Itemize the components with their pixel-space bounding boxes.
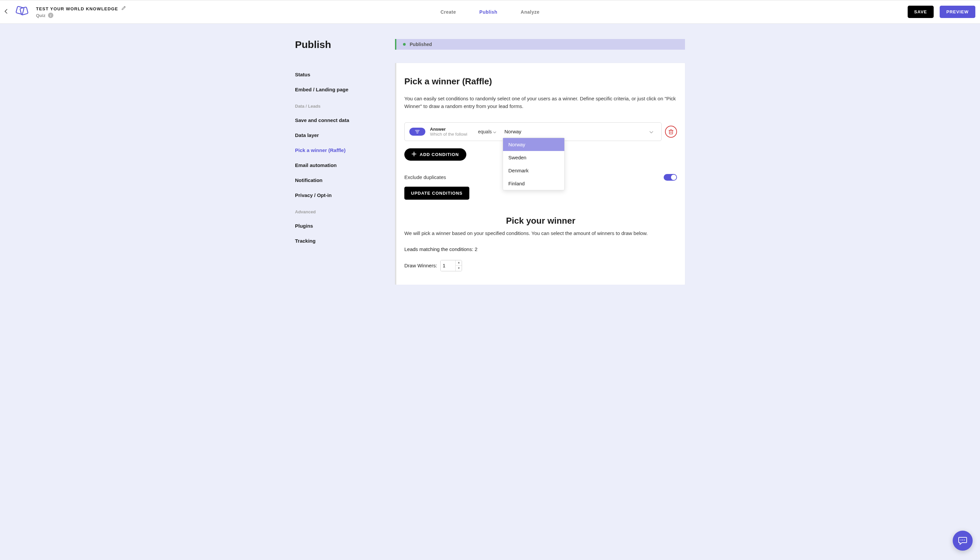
sidebar-item-status[interactable]: Status — [295, 67, 395, 82]
edit-title-icon[interactable] — [121, 6, 126, 12]
nav-create[interactable]: Create — [440, 9, 456, 15]
sidebar-item-data-layer[interactable]: Data layer — [295, 128, 395, 143]
draw-winners-label: Draw Winners: — [404, 263, 437, 268]
operator-label: equals — [478, 129, 492, 134]
status-bar: Published — [395, 39, 685, 50]
logo[interactable] — [12, 5, 30, 19]
card-title: Pick a winner (Raffle) — [404, 76, 677, 87]
sidebar-item-embed[interactable]: Embed / Landing page — [295, 82, 395, 97]
info-icon[interactable]: i — [48, 13, 53, 18]
nav-publish[interactable]: Publish — [479, 9, 497, 15]
draw-winners-stepper: ▲ ▼ — [440, 260, 462, 271]
add-condition-button[interactable]: ADD CONDITION — [404, 148, 466, 161]
value-select-label: Norway — [504, 129, 521, 134]
dropdown-option-sweden[interactable]: Sweden — [503, 151, 564, 164]
draw-winners-input[interactable] — [441, 260, 455, 271]
preview-button[interactable]: PREVIEW — [940, 6, 975, 18]
sidebar-item-plugins[interactable]: Plugins — [295, 218, 395, 233]
update-conditions-button[interactable]: UPDATE CONDITIONS — [404, 187, 469, 200]
card-description: You can easily set conditions to randoml… — [404, 95, 677, 110]
project-type-label: Quiz — [36, 13, 45, 18]
sidebar-item-email-automation[interactable]: Email automation — [295, 158, 395, 173]
sidebar-item-save-connect[interactable]: Save and connect data — [295, 113, 395, 128]
value-select[interactable]: Norway — [501, 129, 657, 135]
chevron-down-icon — [649, 129, 653, 135]
operator-select[interactable]: equals — [478, 129, 496, 134]
exclude-duplicates-label: Exclude duplicates — [404, 174, 446, 180]
svg-rect-5 — [669, 130, 673, 134]
exclude-duplicates-toggle[interactable] — [664, 174, 677, 181]
dropdown-option-denmark[interactable]: Denmark — [503, 164, 564, 177]
back-button[interactable] — [5, 9, 10, 15]
delete-condition-button[interactable] — [665, 126, 677, 138]
nav-analyze[interactable]: Analyze — [521, 9, 539, 15]
condition-type-icon[interactable] — [409, 128, 425, 136]
save-button[interactable]: SAVE — [908, 6, 934, 18]
stepper-up-button[interactable]: ▲ — [456, 260, 462, 266]
add-condition-label: ADD CONDITION — [420, 152, 459, 157]
pick-winner-description: We will pick a winner based on your spec… — [404, 229, 677, 237]
value-dropdown: Norway Sweden Denmark Finland — [503, 138, 565, 190]
status-dot-icon — [403, 43, 406, 46]
chevron-down-icon — [493, 129, 496, 134]
answer-subtext: Which of the followi — [430, 132, 473, 137]
sidebar-item-tracking[interactable]: Tracking — [295, 233, 395, 248]
stepper-down-button[interactable]: ▼ — [456, 266, 462, 271]
sidebar-item-notification[interactable]: Notification — [295, 173, 395, 188]
plus-icon — [412, 152, 416, 157]
sidebar-section-advanced: Advanced — [295, 203, 395, 218]
dropdown-option-norway[interactable]: Norway — [503, 138, 564, 151]
answer-label: Answer — [430, 127, 473, 132]
sidebar-item-privacy[interactable]: Privacy / Opt-in — [295, 188, 395, 203]
project-title: TEST YOUR WORLD KNOWLEDGE — [36, 6, 118, 11]
dropdown-option-finland[interactable]: Finland — [503, 177, 564, 190]
status-label: Published — [410, 42, 432, 47]
page-title: Publish — [295, 39, 395, 50]
sidebar-item-pick-winner[interactable]: Pick a winner (Raffle) — [295, 143, 395, 158]
pick-winner-title: Pick your winner — [404, 216, 677, 226]
leads-matching-line: Leads matching the conditions: 2 — [404, 246, 677, 252]
sidebar-section-data: Data / Leads — [295, 97, 395, 113]
